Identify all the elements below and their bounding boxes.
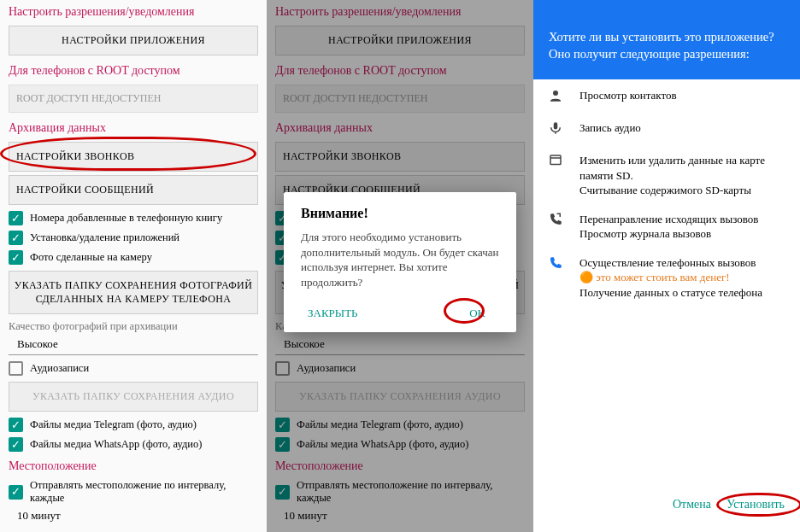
quality-label: Качество фотографий при архивации [0,318,267,336]
checkbox-icon: ✓ [9,231,23,245]
permission-text: Запись аудио [579,120,786,139]
svg-rect-2 [550,155,561,165]
message-settings-button[interactable]: НАСТРОЙКИ СООБЩЕНИЙ [9,175,258,205]
mic-icon [547,120,564,139]
permission-text: Просмотр контактов [579,88,786,107]
section-archive: Архивация данных [0,116,267,138]
permission-row: Изменить или удалить данные на карте пам… [533,144,800,203]
audio-folder-button: УКАЗАТЬ ПАПКУ СОХРАНЕНИЯ АУДИО [9,382,258,412]
checkbox-row-whatsapp[interactable]: ✓Файлы медиа WhatsApp (фото, аудио) [0,435,267,454]
dialog-close-button[interactable]: ЗАКРЫТЬ [301,303,365,324]
svg-point-0 [553,91,558,96]
checkbox-icon: ✓ [9,250,23,265]
permission-text: Перенаправление исходящих вызововПросмот… [579,212,786,242]
permission-row: Просмотр контактов [533,79,800,112]
checkbox-row-camera[interactable]: ✓Фото сделанные на камеру [0,248,267,267]
install-header: Хотите ли вы установить это приложение? … [533,0,800,79]
sd-icon [547,153,564,198]
checkbox-row-telegram[interactable]: ✓Файлы медиа Telegram (фото, аудио) [0,415,267,435]
checkbox-row-contacts[interactable]: ✓Номера добавленные в телефонную книгу [0,208,267,228]
permission-row: Запись аудио [533,112,800,144]
attention-dialog: Внимание! Для этого необходимо установит… [284,192,516,332]
dialog-ok-button[interactable]: OK [456,303,499,324]
section-permissions: Настроить разрешения/уведомления [0,0,267,22]
section-root: Для телефонов с ROOT доступом [0,59,267,81]
dialog-title: Внимание! [301,206,499,221]
call-settings-button[interactable]: НАСТРОЙКИ ЗВОНКОВ [9,142,258,172]
install-button[interactable]: Установить [726,498,785,512]
checkbox-icon: ✓ [9,485,23,500]
phone-icon [547,255,564,301]
checkbox-icon: ✓ [9,211,23,225]
photo-folder-button[interactable]: УКАЗАТЬ ПАПКУ СОХРАНЕНИЯ ФОТОГРАФИЙ СДЕЛ… [9,271,258,314]
svg-rect-1 [554,122,558,129]
permission-row: Осуществление телефонных вызовов🟠 это мо… [533,247,800,306]
root-status-field: ROOT ДОСТУП НЕДОСТУПЕН [9,85,258,113]
checkbox-icon: ✓ [9,437,23,452]
permission-text: Изменить или удалить данные на карте пам… [579,153,786,198]
contacts-icon [547,88,564,107]
dialog-body: Для этого необходимо установить дополнит… [301,230,499,289]
permission-text: Осуществление телефонных вызовов🟠 это мо… [579,255,786,301]
permissions-list: Просмотр контактовЗапись аудиоИзменить и… [533,79,800,305]
app-settings-button[interactable]: НАСТРОЙКИ ПРИЛОЖЕНИЯ [9,26,258,56]
checkbox-icon [9,361,23,376]
location-interval-dropdown[interactable]: 10 минут [9,507,258,526]
checkbox-icon: ✓ [9,418,23,432]
install-prompt-panel: Хотите ли вы установить это приложение? … [533,0,800,532]
quality-dropdown[interactable]: Высокое [9,336,258,355]
permission-row: Перенаправление исходящих вызововПросмот… [533,203,800,247]
checkbox-row-audio[interactable]: Аудиозаписи [0,359,267,378]
checkbox-row-apps[interactable]: ✓Установка/удаление приложений [0,228,267,248]
checkbox-row-location[interactable]: ✓Отправлять местоположение по интервалу,… [0,476,267,507]
cancel-button[interactable]: Отмена [673,498,711,512]
section-location: Местоположение [0,454,267,476]
callfwd-icon [547,212,564,242]
settings-panel-middle: Настроить разрешения/уведомления НАСТРОЙ… [267,0,533,532]
settings-panel-left: Настроить разрешения/уведомления НАСТРОЙ… [0,0,267,532]
